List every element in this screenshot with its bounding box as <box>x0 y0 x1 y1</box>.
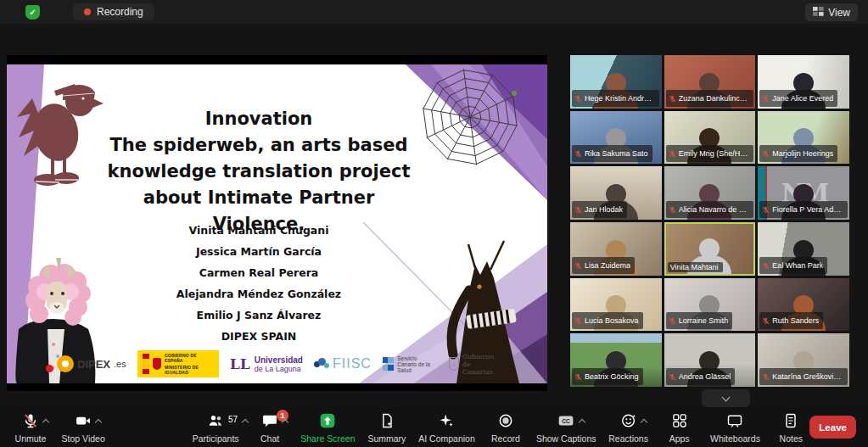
toolbar-notes-label: Notes <box>780 433 803 444</box>
participant-tile-jan-hlodak[interactable]: Jan Hlodak <box>570 166 662 220</box>
participant-name-text: Lucia Bosakova <box>585 316 639 325</box>
participant-name-text: Katarína Greškovičová <box>772 372 843 381</box>
scs-line1: Servicio <box>397 355 438 361</box>
toolbar-apps-button[interactable]: Apps <box>661 411 698 444</box>
participant-name-text: Fiorella P Vera Adrianz... <box>772 205 843 214</box>
toolbar-notes-button[interactable]: Notes <box>772 411 809 444</box>
slide-author-line: Carmen Real Perera <box>7 262 511 283</box>
slide-author-line: Alejandra Méndez González <box>7 283 511 305</box>
participant-name-text: Ruth Sanders <box>772 316 819 325</box>
ull-line1: Universidad <box>255 355 303 365</box>
toolbar-whiteboards-button[interactable]: Whiteboards <box>710 411 761 444</box>
slide-author-line: Vinita Mahtani Chugani <box>7 220 511 241</box>
toolbar-ai-companion-label: AI Companion <box>418 433 475 444</box>
spider-dot <box>512 91 517 96</box>
chevron-up-icon[interactable] <box>95 418 102 425</box>
participant-tile-lisa-zuidema[interactable]: Lisa Zuidema <box>570 222 662 276</box>
spain-gov-line1: GOBIERNO DE ESPAÑA <box>165 353 214 363</box>
participant-tile-alicia-navarro-de-souza[interactable]: Alicia Navarro de Souza <box>664 166 756 220</box>
security-shield-icon[interactable]: ✓ <box>25 5 40 20</box>
toolbar-stop-video-button[interactable]: Stop Video <box>61 411 105 444</box>
toolbar-chat-label: Chat <box>260 433 279 444</box>
leave-button[interactable]: Leave <box>809 416 856 439</box>
participant-name-text: Hege Kristin Andreass... <box>585 94 655 103</box>
slide-authors: Vinita Mahtani ChuganiJessica Martín Gar… <box>7 220 511 347</box>
participant-tile-beatrix-g-cking[interactable]: Beatrix Göcking <box>570 333 662 387</box>
summary-icon <box>378 412 395 432</box>
participant-tile-eal-whan-park[interactable]: Eal Whan Park <box>758 222 849 276</box>
chevron-up-icon[interactable] <box>242 418 249 425</box>
toolbar-reactions-button[interactable]: Reactions <box>608 411 649 444</box>
participant-name-label: Jane Alice Evered <box>759 90 837 107</box>
scroll-participants-down-button[interactable] <box>702 389 750 407</box>
participant-tile-vinita-mahtani[interactable]: Vinita Mahtani <box>664 222 756 276</box>
scs-line2: Canario de la Salud <box>397 361 438 373</box>
participant-name-text: Beatrix Göcking <box>585 372 639 381</box>
participant-tile-hege-kristin-andreass[interactable]: Hege Kristin Andreass... <box>570 55 662 109</box>
participant-name-text: Vinita Mahtani <box>670 263 719 271</box>
dipex-ring-icon <box>57 355 74 372</box>
recording-indicator[interactable]: Recording <box>73 3 154 20</box>
participant-name-label: Beatrix Göcking <box>572 368 643 385</box>
meeting-stage: Innovation The spiderweb, an arts based … <box>0 24 868 407</box>
slide-author-line: DIPEX SPAIN <box>7 326 511 347</box>
toolbar-show-captions-button[interactable]: CCShow Captions <box>536 411 596 444</box>
participant-name-label: Alicia Navarro de Souza <box>666 201 753 218</box>
share-icon <box>319 412 336 432</box>
camera-icon <box>75 412 92 432</box>
notes-icon <box>782 412 799 432</box>
participant-name-label: Lorraine Smith <box>666 312 733 329</box>
toolbar-summary-button[interactable]: Summary <box>367 411 406 444</box>
participant-name-text: Marjolijn Heerings <box>772 149 833 158</box>
toolbar-participants-button[interactable]: 57Participants <box>192 411 239 444</box>
fiisc-logo: FIISC <box>314 356 372 372</box>
svg-text:CC: CC <box>562 418 570 424</box>
servicio-canario-salud-logo: Servicio Canario de la Salud <box>383 355 438 373</box>
participant-name-label: Lucia Bosakova <box>572 312 643 329</box>
toolbar-chat-button[interactable]: 1Chat <box>251 411 288 444</box>
chat-unread-badge: 1 <box>277 410 288 422</box>
participant-name-label: Jan Hlodak <box>572 201 627 218</box>
toolbar-ai-companion-button[interactable]: AI Companion <box>418 411 475 444</box>
spain-gov-line2: MINISTERIO DE IGUALDAD <box>165 365 214 375</box>
captions-icon: CC <box>557 412 575 432</box>
participant-tile-jane-alice-evered[interactable]: Jane Alice Evered <box>758 55 849 109</box>
smiley-icon <box>620 412 637 432</box>
participant-tile-marjolijn-heerings[interactable]: Marjolijn Heerings <box>758 111 849 165</box>
whiteboard-icon <box>726 412 743 432</box>
participant-tile-rika-sakuma-sato[interactable]: Rika Sakuma Sato <box>570 111 662 165</box>
spain-flag-icon <box>143 354 149 374</box>
toolbar-stop-video-label: Stop Video <box>62 433 105 444</box>
gobierno-canarias-logo: ⌂ Gobierno de Canarias <box>449 353 496 376</box>
toolbar-unmute-label: Unmute <box>15 433 47 444</box>
participant-gallery: Hege Kristin Andreass...Zuzana Dankulinc… <box>570 55 849 387</box>
chevron-up-icon[interactable] <box>640 418 647 425</box>
mic-muted-icon <box>574 91 582 106</box>
participant-tile-ruth-sanders[interactable]: Ruth Sanders <box>758 278 849 332</box>
participant-tile-zuzana-dankulincov[interactable]: Zuzana Dankulincová <box>664 55 756 109</box>
chevron-up-icon[interactable] <box>42 418 49 425</box>
view-button[interactable]: View <box>805 3 858 21</box>
mic-muted-icon <box>669 313 676 328</box>
participant-name-label: Eal Whan Park <box>759 257 827 274</box>
participant-name-text: Lorraine Smith <box>679 316 729 325</box>
toolbar-share-screen-button[interactable]: Share Screen <box>300 411 356 444</box>
toolbar-unmute-button[interactable]: Unmute <box>12 411 49 444</box>
participant-name-label: Lisa Zuidema <box>572 257 635 274</box>
participant-name-label: Andrea Glässel <box>666 368 736 385</box>
participant-name-text: Andrea Glässel <box>679 372 731 381</box>
participant-tile-emily-mrig-she-her[interactable]: Emily Mrig (She/Her) <box>664 111 756 165</box>
mic-muted-icon <box>574 202 582 217</box>
toolbar-participants-label: Participants <box>193 433 239 444</box>
universidad-la-laguna-logo: LL Universidad de La Laguna <box>230 355 303 373</box>
participant-tile-lorraine-smith[interactable]: Lorraine Smith <box>664 278 756 332</box>
mic-muted-icon <box>22 412 39 432</box>
presentation-slide: Innovation The spiderweb, an arts based … <box>7 64 547 383</box>
participant-tile-lucia-bosakova[interactable]: Lucia Bosakova <box>570 278 662 332</box>
chevron-up-icon[interactable] <box>579 418 585 425</box>
participant-tile-andrea-gl-ssel[interactable]: Andrea Glässel <box>664 333 756 387</box>
toolbar-record-button[interactable]: Record <box>487 411 524 444</box>
participant-tile-katar-na-gre-kovi-ov[interactable]: Katarína Greškovičová <box>758 333 849 387</box>
participant-name-text: Lisa Zuidema <box>585 261 630 270</box>
participant-tile-fiorella-p-vera-adrianz[interactable]: NMFiorella P Vera Adrianz... <box>758 166 849 220</box>
